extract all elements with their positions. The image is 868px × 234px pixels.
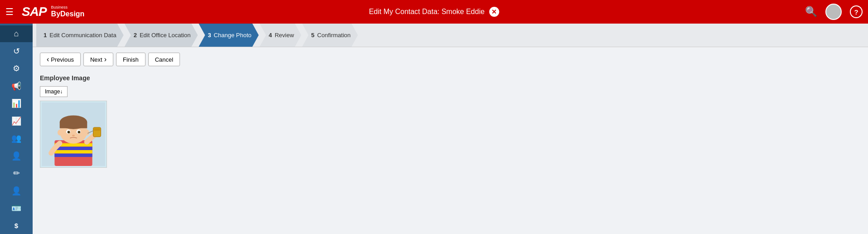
people-icon: 👥 [11,133,21,143]
main-layout: ⌂ ↺ ⚙ 📢 📊 📈 👥 👤 ✏ 👤 🪪 [0,24,868,234]
svg-rect-5 [54,154,92,157]
section-title: Employee Image [33,72,868,86]
settings-icon: ⚙ [13,63,20,73]
image-upload-button[interactable]: Image↓ [40,86,68,97]
step-1-number: 1 [44,32,47,39]
step-4-number: 4 [269,32,272,39]
wizard-step-1[interactable]: 1 Edit Communication Data [36,24,124,47]
next-button[interactable]: Next [83,53,113,66]
wizard-step-5[interactable]: 5 Confirmation [302,24,358,47]
sidebar-item-person[interactable]: 👤 [0,148,33,165]
image-upload-area: Image↓ [40,86,861,168]
image-button-label: Image↓ [45,88,63,95]
step-3-number: 3 [208,32,211,39]
step-1-label: Edit Communication Data [49,32,116,39]
refresh-icon: ↺ [13,46,20,56]
step-2-number: 2 [134,32,137,39]
step-4-label: Review [275,32,294,39]
logo-area: ☰ SAP Business ByDesign [5,5,84,19]
wizard-step-3[interactable]: 3 Change Photo [199,24,258,47]
sidebar-item-reports[interactable]: 📈 [0,113,33,130]
svg-rect-8 [60,122,87,128]
previous-label: Previous [51,56,74,63]
employee-image-section: Employee Image Image↓ [33,72,868,168]
svg-rect-3 [54,146,92,150]
wizard-step-2[interactable]: 2 Edit Office Location [125,24,198,47]
person-icon: 👤 [11,151,21,161]
business-label: Business [51,5,85,10]
sidebar: ⌂ ↺ ⚙ 📢 📊 📈 👥 👤 ✏ 👤 🪪 [0,24,33,234]
next-label: Next [90,56,102,63]
svg-point-13 [68,131,70,133]
svg-point-15 [72,135,75,136]
hamburger-menu-icon[interactable]: ☰ [5,6,14,17]
header-title-text: Edit My Contact Data: Smoke Eddie [369,8,485,16]
finish-button[interactable]: Finish [116,53,145,66]
bydesign-main-label: ByDesign [51,10,85,18]
cancel-label: Cancel [155,56,173,63]
megaphone-icon: 📢 [11,81,21,91]
step-5-number: 5 [311,32,315,39]
help-icon[interactable]: ? [850,5,863,18]
sidebar-item-profile[interactable]: 👤 [0,183,33,200]
sidebar-item-finance[interactable]: $ [0,218,33,234]
sidebar-item-edit[interactable]: ✏ [0,165,33,182]
dollar-icon: $ [15,222,18,229]
child-photo-svg [42,102,105,166]
profile-icon: 👤 [11,186,21,196]
content-area: 1 Edit Communication Data 2 Edit Office … [33,24,868,234]
header-title: Edit My Contact Data: Smoke Eddie ✕ [369,7,499,17]
wizard-steps-bar: 1 Edit Communication Data 2 Edit Office … [33,24,868,47]
sidebar-item-settings[interactable]: ⚙ [0,60,33,77]
sidebar-item-home[interactable]: ⌂ [0,25,33,42]
pencil-icon: ✏ [13,168,20,178]
svg-point-14 [78,131,80,133]
bar-chart-icon: 📊 [11,98,21,108]
sidebar-item-id[interactable]: 🪪 [0,200,33,217]
cancel-button[interactable]: Cancel [148,53,180,66]
header-actions: 🔍 ? [805,4,863,20]
sap-logo: SAP [22,5,47,19]
sidebar-item-people[interactable]: 👥 [0,130,33,147]
user-avatar[interactable] [825,4,842,20]
search-icon[interactable]: 🔍 [805,6,817,18]
home-icon: ⌂ [14,29,19,39]
id-card-icon: 🪪 [11,203,21,213]
header-close-button[interactable]: ✕ [489,7,499,17]
sidebar-item-refresh[interactable]: ↺ [0,43,33,60]
svg-rect-17 [94,128,100,131]
employee-photo [40,101,107,168]
sidebar-item-announcements[interactable]: 📢 [0,78,33,95]
line-chart-icon: 📈 [11,116,21,126]
wizard-step-4[interactable]: 4 Review [260,24,301,47]
step-2-label: Edit Office Location [140,32,191,39]
svg-point-10 [84,130,89,136]
step-5-label: Confirmation [317,32,351,39]
previous-button[interactable]: Previous [40,53,81,66]
action-bar: Previous Next Finish Cancel [33,47,868,72]
header: ☰ SAP Business ByDesign Edit My Contact … [0,0,868,24]
svg-point-9 [58,130,63,136]
svg-rect-4 [54,150,92,154]
finish-label: Finish [123,56,139,63]
bydesign-label: Business ByDesign [51,5,85,18]
sidebar-item-analytics[interactable]: 📊 [0,95,33,112]
step-3-label: Change Photo [214,32,252,39]
